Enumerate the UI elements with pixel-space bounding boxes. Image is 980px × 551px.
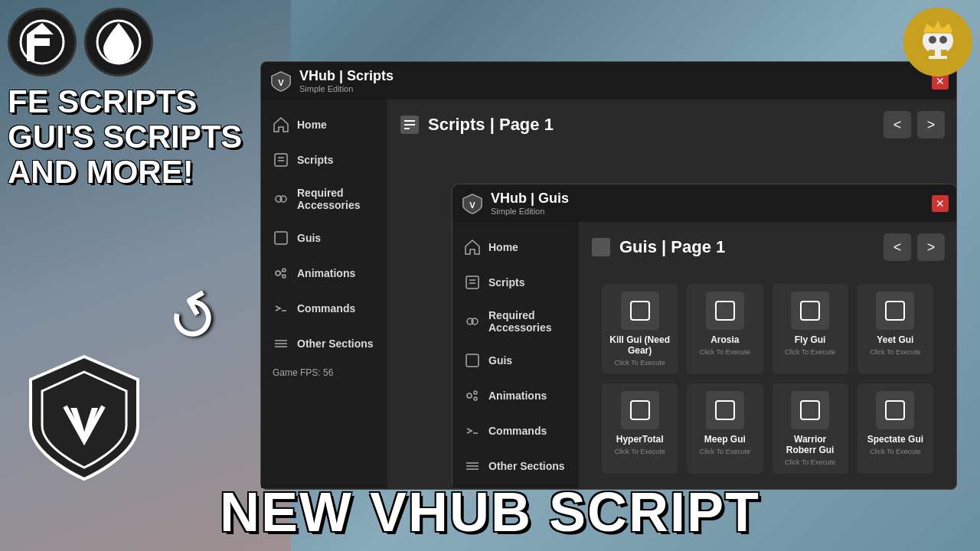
svg-rect-7	[935, 50, 941, 56]
gui-square-icon	[629, 299, 652, 322]
scripts-next-button[interactable]: >	[917, 111, 945, 139]
gui-square-icon	[629, 399, 652, 422]
scripts-title-group: VHub | Scripts Simple Edition	[299, 68, 394, 93]
gui-item-name-5: Meep Gui	[694, 434, 755, 445]
guis-next-button[interactable]: >	[917, 233, 945, 261]
vhub-shield-icon: V	[23, 349, 145, 487]
svg-point-17	[280, 196, 286, 202]
f-icon-circle	[8, 8, 77, 77]
gui-item[interactable]: Fly Gui Click To Execute	[773, 284, 848, 374]
drop-icon	[96, 19, 142, 65]
svg-rect-53	[801, 401, 819, 419]
gui-item[interactable]: Yeet Gui Click To Execute	[858, 284, 933, 374]
guis-page-header: Guis | Page 1 < >	[590, 233, 945, 261]
gui-item-icon-5	[706, 391, 744, 429]
guis-sidebar-guis-label: Guis	[488, 354, 512, 367]
vhub-guis-window: V VHub | Guis Simple Edition ✕ Home	[452, 184, 957, 490]
gui-item-exec-2: Click To Execute	[780, 348, 841, 356]
animations-icon	[273, 265, 289, 282]
gui-square-icon	[799, 299, 822, 322]
svg-rect-18	[275, 232, 287, 244]
svg-point-39	[467, 393, 472, 398]
other-icon	[273, 335, 289, 352]
gui-item-name-2: Fly Gui	[780, 334, 841, 345]
svg-point-37	[472, 318, 478, 324]
sidebar-item-scripts[interactable]: Scripts	[261, 142, 387, 178]
svg-rect-47	[631, 302, 649, 320]
guis-page-title-icon	[590, 236, 612, 258]
guis-sidebar-home-label: Home	[488, 241, 518, 253]
gui-square-icon	[799, 399, 822, 422]
gui-item-icon-6	[791, 391, 829, 429]
svg-rect-51	[631, 401, 649, 419]
svg-line-22	[280, 271, 283, 273]
guis-window-body: Home Scripts Required Accessories	[452, 222, 956, 488]
guis-sidebar-scripts[interactable]: Scripts	[452, 265, 579, 300]
text-line-1: FE Scripts	[8, 84, 242, 119]
gui-square-icon	[714, 299, 737, 322]
guis-sidebar-animations[interactable]: Animations	[452, 378, 579, 413]
guis-sidebar-other[interactable]: Other Sections	[452, 448, 579, 484]
guis-sidebar-scripts-label: Scripts	[488, 276, 524, 289]
guis-sidebar: Home Scripts Required Accessories	[452, 222, 579, 488]
svg-rect-8	[941, 50, 947, 56]
sidebar-item-animations[interactable]: Animations	[261, 256, 387, 291]
scripts-window-title: VHub | Scripts	[299, 68, 394, 84]
shield-logo: V	[23, 349, 145, 490]
sidebar-item-other[interactable]: Other Sections	[261, 326, 387, 361]
sidebar-item-guis[interactable]: Guis	[261, 220, 387, 256]
f-icon	[19, 19, 65, 65]
gui-item[interactable]: Meep Gui Click To Execute	[687, 383, 763, 474]
gui-item-icon-4	[621, 391, 659, 429]
svg-text:V: V	[278, 77, 284, 86]
guis-window-subtitle: Simple Edition	[491, 207, 569, 216]
svg-point-20	[283, 269, 286, 272]
scripts-titlebar: V VHub | Scripts Simple Edition ✕	[261, 62, 956, 99]
svg-rect-49	[801, 302, 819, 320]
guis-title-group: VHub | Guis Simple Edition	[491, 191, 569, 216]
sidebar-other-label: Other Sections	[297, 337, 374, 350]
svg-rect-50	[886, 302, 904, 320]
gui-item[interactable]: HyperTotal Click To Execute	[602, 383, 678, 474]
guis-accessories-icon	[464, 313, 481, 330]
guis-page-title-text: Guis | Page 1	[619, 237, 725, 257]
scripts-nav-buttons: < >	[884, 111, 945, 139]
sidebar-item-home[interactable]: Home	[261, 107, 387, 142]
gui-item-exec-1: Click To Execute	[694, 348, 755, 356]
gui-item-exec-5: Click To Execute	[694, 448, 755, 455]
svg-point-19	[276, 271, 280, 276]
home-icon	[273, 116, 289, 133]
scripts-page-title-text: Scripts | Page 1	[428, 115, 554, 135]
guis-scripts-icon	[464, 274, 481, 291]
guis-close-button[interactable]: ✕	[932, 195, 949, 212]
gui-item-exec-7: Click To Execute	[865, 448, 926, 455]
svg-text:V: V	[469, 200, 475, 209]
guis-home-icon	[464, 239, 481, 256]
gui-item-exec-0: Click To Execute	[609, 359, 670, 367]
gui-item-icon-7	[876, 391, 914, 429]
guis-sidebar-home[interactable]: Home	[452, 230, 579, 265]
scripts-shield-icon: V	[270, 70, 292, 92]
guis-commands-icon	[464, 422, 481, 439]
sidebar-guis-label: Guis	[297, 232, 321, 244]
gui-item[interactable]: Kill Gui (Need Gear) Click To Execute	[602, 284, 678, 374]
gui-item-icon-3	[876, 292, 914, 330]
commands-icon	[273, 300, 289, 317]
guis-page-title: Guis | Page 1	[590, 236, 725, 258]
guis-prev-button[interactable]: <	[884, 233, 911, 261]
sidebar-item-accessories[interactable]: Required Accessories	[261, 178, 387, 220]
gui-item[interactable]: Warrior Roberr Gui Click To Execute	[773, 383, 848, 474]
svg-rect-38	[466, 354, 479, 367]
guis-sidebar-guis[interactable]: Guis	[452, 343, 579, 378]
guis-shield-icon: V	[462, 193, 483, 214]
gui-item[interactable]: Spectate Gui Click To Execute	[858, 383, 933, 474]
page-title-icon	[399, 114, 420, 135]
guis-sidebar-accessories[interactable]: Required Accessories	[452, 300, 579, 343]
sidebar-item-commands[interactable]: Commands	[261, 291, 387, 326]
scripts-prev-button[interactable]: <	[884, 111, 911, 139]
guis-sidebar-commands-label: Commands	[488, 425, 547, 437]
guis-sidebar-commands[interactable]: Commands	[452, 413, 579, 448]
avatar-image	[907, 11, 969, 73]
gui-item[interactable]: Arosia Click To Execute	[687, 284, 763, 374]
svg-point-9	[929, 36, 936, 44]
